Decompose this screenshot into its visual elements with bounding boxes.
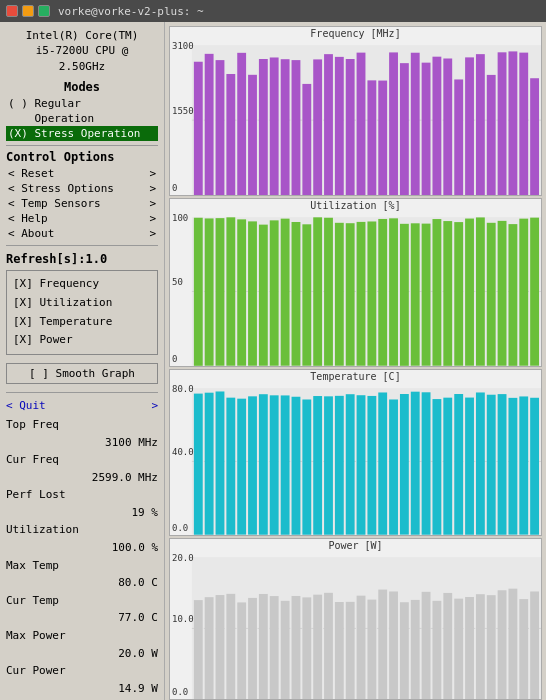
cpu-line1: Intel(R) Core(TM)	[26, 29, 139, 42]
svg-rect-66	[519, 219, 528, 366]
stat-cur-freq-label: Cur Freq	[6, 451, 158, 469]
svg-rect-47	[313, 217, 322, 365]
svg-rect-130	[476, 594, 485, 699]
svg-rect-71	[205, 393, 214, 535]
stat-max-temp-value: 80.0 C	[6, 574, 158, 592]
stat-cur-power-value: 14.9 W	[6, 680, 158, 698]
svg-rect-115	[313, 594, 322, 699]
utilization-svg	[170, 199, 541, 366]
svg-rect-15	[335, 57, 344, 195]
sidebar: Intel(R) Core(TM) i5-7200U CPU @ 2.50GHz…	[0, 22, 165, 700]
svg-rect-127	[443, 592, 452, 699]
svg-rect-29	[487, 75, 496, 195]
svg-rect-128	[454, 598, 463, 699]
svg-rect-42	[259, 225, 268, 366]
stat-top-freq-label: Top Freq	[6, 416, 158, 434]
stat-utilization-value: 100.0 %	[6, 539, 158, 557]
menu-stress-label: < Stress Options	[8, 182, 114, 195]
svg-rect-133	[508, 588, 517, 699]
frequency-svg	[170, 27, 541, 195]
svg-rect-62	[476, 218, 485, 366]
menu-temp-label: < Temp Sensors	[8, 197, 101, 210]
charts-area: Frequency [MHz] 3100 1550 0 Utilization …	[165, 22, 546, 700]
menu-stress-options[interactable]: < Stress Options >	[6, 181, 158, 196]
svg-rect-36	[194, 218, 203, 366]
mode-regular[interactable]: ( ) Regular	[6, 96, 158, 111]
divider3	[6, 392, 158, 393]
maximize-button[interactable]	[38, 5, 50, 17]
checkbox-temperature[interactable]: [X] Temperature	[13, 313, 151, 332]
svg-rect-21	[400, 63, 409, 195]
svg-rect-25	[443, 58, 452, 195]
svg-rect-59	[443, 221, 452, 366]
svg-rect-7	[248, 75, 257, 195]
mode-stress[interactable]: (X) Stress Operation	[6, 126, 158, 141]
temperature-svg	[170, 370, 541, 535]
svg-rect-86	[367, 396, 376, 535]
svg-rect-44	[281, 219, 290, 366]
stat-cur-power-label: Cur Power	[6, 662, 158, 680]
power-chart-title: Power [W]	[170, 540, 541, 551]
svg-rect-4	[216, 60, 225, 195]
svg-rect-98	[498, 394, 507, 535]
quit-line[interactable]: < Quit >	[6, 399, 158, 412]
temp-y-top: 80.0	[172, 384, 194, 394]
svg-rect-117	[335, 602, 344, 700]
svg-rect-19	[378, 81, 387, 196]
smooth-graph-button[interactable]: [ ] Smooth Graph	[6, 363, 158, 384]
menu-reset-arrow: >	[149, 167, 156, 180]
utilization-chart: Utilization [%] 100 50 0	[169, 198, 542, 367]
svg-rect-106	[216, 595, 225, 699]
window-controls[interactable]	[6, 5, 50, 17]
menu-about-label: < About	[8, 227, 54, 240]
svg-rect-87	[378, 392, 387, 534]
checkbox-frequency[interactable]: [X] Frequency	[13, 275, 151, 294]
quit-label: < Quit	[6, 399, 46, 412]
close-button[interactable]	[6, 5, 18, 17]
svg-rect-32	[519, 53, 528, 195]
svg-rect-61	[465, 219, 474, 366]
temperature-chart-title: Temperature [C]	[170, 371, 541, 382]
stat-cur-temp-label: Cur Temp	[6, 592, 158, 610]
svg-rect-84	[346, 394, 355, 534]
svg-rect-90	[411, 392, 420, 535]
svg-rect-85	[357, 395, 366, 534]
svg-rect-131	[487, 595, 496, 699]
power-y-bot: 0.0	[172, 687, 188, 697]
svg-rect-111	[270, 596, 279, 699]
checkbox-utilization[interactable]: [X] Utilization	[13, 294, 151, 313]
svg-rect-93	[443, 398, 452, 535]
svg-rect-14	[324, 54, 333, 195]
menu-about-arrow: >	[149, 227, 156, 240]
svg-rect-18	[367, 80, 376, 195]
menu-help[interactable]: < Help >	[6, 211, 158, 226]
stat-perf-lost-value: 19 %	[6, 504, 158, 522]
svg-rect-63	[487, 223, 496, 366]
menu-reset[interactable]: < Reset >	[6, 166, 158, 181]
svg-rect-23	[422, 63, 431, 195]
svg-rect-43	[270, 220, 279, 365]
frequency-chart-title: Frequency [MHz]	[170, 28, 541, 39]
util-y-top: 100	[172, 213, 188, 223]
stat-perf-lost-label: Perf Lost	[6, 486, 158, 504]
svg-rect-16	[346, 59, 355, 195]
menu-help-arrow: >	[149, 212, 156, 225]
svg-rect-39	[226, 217, 235, 365]
minimize-button[interactable]	[22, 5, 34, 17]
svg-rect-134	[519, 599, 528, 699]
svg-rect-48	[324, 218, 333, 366]
svg-rect-49	[335, 223, 344, 366]
checkbox-group: [X] Frequency [X] Utilization [X] Temper…	[6, 270, 158, 355]
svg-rect-8	[259, 59, 268, 195]
svg-rect-129	[465, 597, 474, 700]
menu-temp-sensors[interactable]: < Temp Sensors >	[6, 196, 158, 211]
svg-rect-60	[454, 222, 463, 366]
menu-about[interactable]: < About >	[6, 226, 158, 241]
checkbox-power[interactable]: [X] Power	[13, 331, 151, 350]
divider2	[6, 245, 158, 246]
svg-rect-27	[465, 57, 474, 195]
svg-rect-97	[487, 395, 496, 535]
svg-rect-31	[508, 51, 517, 195]
svg-rect-55	[400, 224, 409, 366]
svg-rect-89	[400, 394, 409, 535]
